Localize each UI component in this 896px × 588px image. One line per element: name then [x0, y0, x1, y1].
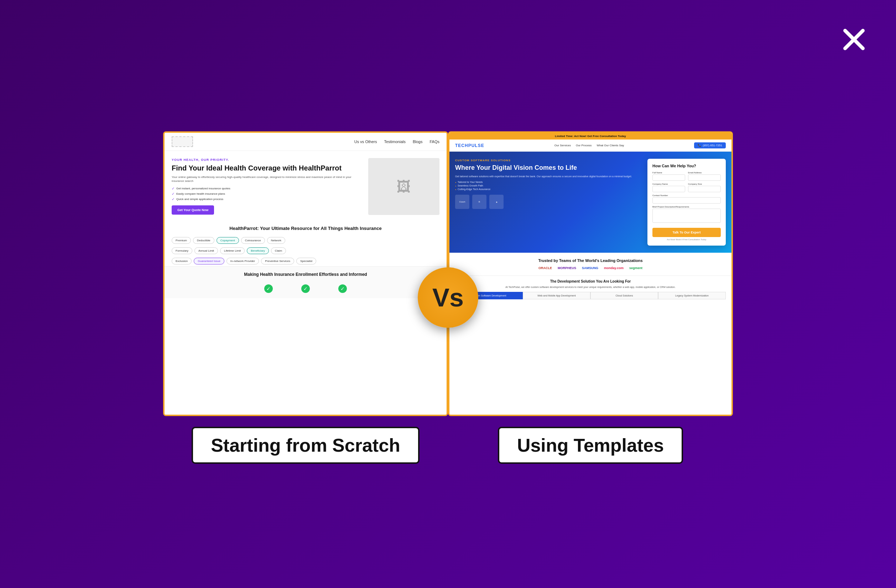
tp-company-size-group: Company Size — [688, 183, 721, 192]
hp-navbar: Us vs Others Testimonials Blogs FAQs — [165, 133, 446, 151]
hp-check-item-1: ✓ Get instant, personalized insurance qu… — [172, 187, 361, 190]
hp-tags-row-1: Premium Deductible Copayment Coinsurance… — [165, 235, 446, 246]
tp-monday-logo: monday.com — [604, 266, 623, 270]
hp-headline: Find Your Ideal Health Coverage with Hea… — [172, 164, 361, 172]
hp-check-icon-3: ✓ — [172, 197, 175, 201]
tp-email-group: Email Address — [688, 172, 721, 181]
hp-subtext: Your online gateway to effortlessly secu… — [172, 175, 361, 183]
tp-form-row-1: Full Name Email Address — [652, 172, 721, 181]
tag-claim[interactable]: Claim — [271, 248, 286, 254]
hp-hero-text: YOUR HEALTH, OUR PRIORITY. Find Your Ide… — [172, 158, 361, 215]
right-panel-label: Using Templates — [498, 427, 683, 464]
hp-nav-links: Us vs Others Testimonials Blogs FAQs — [354, 140, 439, 144]
tp-phone-number: (957) 651-7251 — [702, 144, 722, 147]
close-icon[interactable] — [840, 25, 868, 54]
tag-in-network-provider[interactable]: In-network Provider — [227, 258, 259, 264]
tp-form-title: How Can We Help You? — [652, 164, 721, 168]
tp-dev-title: The Development Solution You Are Looking… — [455, 280, 726, 283]
tag-network[interactable]: Network — [267, 237, 285, 244]
hp-tags-row-2: Formulary Annual Limit Lifetime Limit Be… — [165, 246, 446, 256]
hp-bottom-title: Making Health Insurance Enrollment Effor… — [172, 272, 439, 278]
tp-navbar: TECHPULSE Our Services Our Process What … — [450, 140, 731, 152]
main-container: Us vs Others Testimonials Blogs FAQs YOU… — [21, 18, 875, 570]
tp-full-name-input[interactable] — [652, 175, 685, 181]
tp-project-textarea[interactable] — [652, 208, 721, 223]
tp-submit-button[interactable]: Talk To Our Expert — [652, 228, 721, 237]
tp-company-name-input[interactable] — [652, 186, 685, 192]
tag-guaranteed-issue[interactable]: Guaranteed Issue — [194, 258, 224, 264]
tp-bullet-3: Cutting-Edge Tech Assurance — [455, 188, 642, 190]
tag-copayment[interactable]: Copayment — [216, 237, 239, 244]
tp-nav-process: Our Process — [576, 144, 591, 147]
tp-project-label: Brief Project Description/Requirements — [652, 206, 721, 208]
tp-hero-form: How Can We Help You? Full Name Email Add… — [648, 159, 726, 246]
hp-tags-row-3: Exclusion Guaranteed Issue In-network Pr… — [165, 256, 446, 266]
hp-bottom-section: Making Health Insurance Enrollment Effor… — [165, 266, 446, 299]
tp-logo: TECHPULSE — [455, 143, 484, 148]
tag-deductible[interactable]: Deductible — [193, 237, 214, 244]
hp-check-item-2: ✓ Easily compare health insurance plans — [172, 192, 361, 196]
vs-text: Vs — [432, 283, 464, 312]
hp-hero-image: 🖼 — [368, 158, 439, 215]
hp-logo — [172, 136, 193, 147]
tp-dev-desc: At TechPulse, we offer custom software d… — [455, 286, 726, 289]
hp-hero: YOUR HEALTH, OUR PRIORITY. Find Your Ide… — [165, 151, 446, 222]
comparison-panels: Us vs Others Testimonials Blogs FAQs YOU… — [21, 131, 875, 464]
tp-trusted-title: Trusted by Teams of The World's Leading … — [455, 258, 726, 263]
hp-green-check-2: ✓ — [301, 284, 310, 293]
tp-nav-services: Our Services — [555, 144, 571, 147]
tp-company-size-label: Company Size — [688, 183, 721, 185]
hp-check-icon-2: ✓ — [172, 192, 175, 196]
tp-hero-title: Where Your Digital Vision Comes to Life — [455, 164, 642, 172]
tag-formulary[interactable]: Formulary — [172, 248, 192, 254]
hp-nav-blogs: Blogs — [413, 140, 423, 144]
tp-company-name-label: Company Name — [652, 183, 685, 185]
tp-company-name-group: Company Name — [652, 183, 685, 192]
tp-tab-web-mobile[interactable]: Web and Mobile App Development — [523, 292, 590, 299]
hp-nav-testimonials: Testimonials — [384, 140, 405, 144]
tp-form-row-2: Company Name Company Size — [652, 183, 721, 192]
tp-logos-row: ORACLE MORPHEUS SAMSUNG monday.com segme… — [455, 266, 726, 270]
hp-cta-button[interactable]: Get Your Quote Now — [172, 205, 214, 215]
tp-hero: CUSTOM SOFTWARE SOLUTIONS Where Your Dig… — [450, 152, 731, 253]
tag-preventive-services[interactable]: Preventive Services — [261, 258, 294, 264]
hp-nav-faqs: FAQs — [430, 140, 439, 144]
tp-top-bar: Limited Time: Act Now! Get Free Consulta… — [450, 133, 731, 140]
techpulse-preview: Limited Time: Act Now! Get Free Consulta… — [450, 133, 731, 415]
tag-exclusion[interactable]: Exclusion — [172, 258, 192, 264]
hp-check-item-3: ✓ Quick and simple application process — [172, 197, 361, 201]
hp-checkmarks-row: ✓ ✓ ✓ — [172, 281, 439, 296]
tp-tab-legacy[interactable]: Legacy System Modernization — [658, 292, 726, 299]
tag-beneficiary[interactable]: Beneficiary — [247, 248, 269, 254]
tp-bullet-1: Tailored to Your Needs — [455, 181, 642, 183]
tp-contact-input[interactable] — [652, 197, 721, 204]
tp-email-input[interactable] — [688, 175, 721, 181]
tp-full-name-label: Full Name — [652, 172, 685, 174]
tp-segment-logo: segment — [629, 266, 642, 270]
tag-specialist[interactable]: Specialist — [296, 258, 316, 264]
tp-dev-section: The Development Solution You Are Looking… — [450, 275, 731, 303]
tp-tabs-row: Custom Software Development Web and Mobi… — [455, 292, 726, 299]
tag-annual-limit[interactable]: Annual Limit — [194, 248, 218, 254]
tp-badge-star: ★ — [489, 195, 504, 209]
image-placeholder-icon: 🖼 — [397, 179, 411, 195]
tp-trusted-section: Trusted by Teams of The World's Leading … — [450, 253, 731, 275]
tag-lifetime-limit[interactable]: Lifetime Limit — [220, 248, 245, 254]
tp-phone-button[interactable]: 📞 (957) 651-7251 — [694, 142, 726, 149]
tag-premium[interactable]: Premium — [172, 237, 191, 244]
tp-company-size-input[interactable] — [688, 186, 721, 192]
tag-coinsurance[interactable]: Coinsurance — [241, 237, 265, 244]
tp-email-label: Email Address — [688, 172, 721, 174]
tp-morpheus-logo: MORPHEUS — [558, 266, 576, 270]
hp-check-icon-1: ✓ — [172, 187, 175, 190]
left-panel-label: Starting from Scratch — [192, 427, 419, 464]
tp-hero-sub-label: CUSTOM SOFTWARE SOLUTIONS — [455, 159, 642, 162]
hp-section-title: HealthParrot: Your Ultimate Resource for… — [165, 222, 446, 235]
tp-hero-left: CUSTOM SOFTWARE SOLUTIONS Where Your Dig… — [455, 159, 642, 246]
hp-green-check-1: ✓ — [264, 284, 273, 293]
tp-tab-cloud[interactable]: Cloud Solutions — [590, 292, 658, 299]
hp-tagline: YOUR HEALTH, OUR PRIORITY. — [172, 158, 361, 162]
tp-badge-clutch: Clutch — [455, 195, 469, 209]
phone-icon: 📞 — [698, 144, 701, 147]
tp-bullet-2: Seamless Growth Path — [455, 184, 642, 187]
